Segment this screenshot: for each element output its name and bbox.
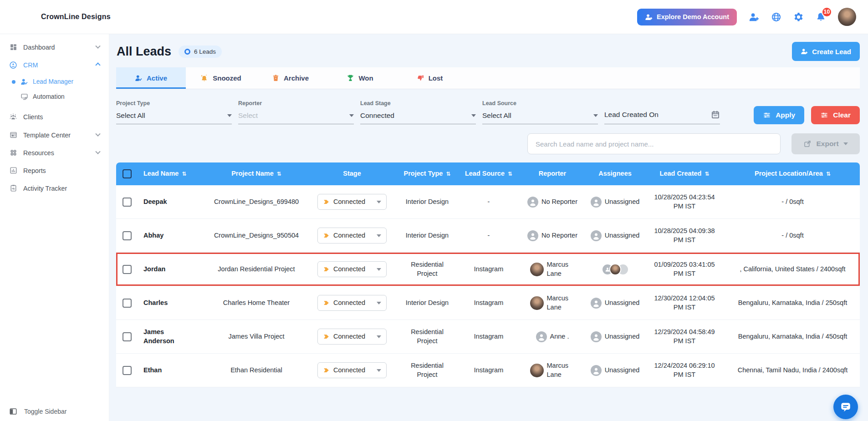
stage-tag-icon [323,266,330,273]
dashboard-icon [9,43,17,51]
search-input[interactable] [527,133,781,154]
chat-button[interactable] [833,395,858,419]
activity-tracker-icon [9,184,17,192]
tab-archive[interactable]: Archive [255,67,325,89]
sidebar-item-template-center[interactable]: Template Center [0,126,109,144]
export-button[interactable]: Export [791,133,860,154]
assignees-cell: Unassigned [591,197,640,208]
col-lead-source[interactable]: Lead Source⇅ [459,167,518,181]
col-location[interactable]: Project Location/Area⇅ [725,167,860,181]
tab-active[interactable]: Active [116,67,186,89]
col-reporter: Reporter [518,167,587,181]
sidebar-item-automation[interactable]: Automation [0,89,109,104]
lead-created: 10/28/2025 04:09:38 PM IST [648,227,720,244]
reporter-cell: Anne . [536,331,569,342]
select-all-checkbox[interactable] [123,169,132,178]
stage-dropdown[interactable]: Connected [317,194,387,210]
row-checkbox[interactable] [123,332,132,341]
person-add-icon [801,48,808,55]
thumbs-down-icon [417,74,424,82]
sort-icon[interactable]: ⇅ [508,170,512,178]
chevron-down-icon [377,302,381,304]
assignees-avatars [602,264,629,275]
globe-icon[interactable] [771,12,781,22]
lead-created-filter[interactable]: Lead Created On [604,110,720,124]
apply-button[interactable]: Apply [754,106,804,124]
chevron-up-icon [95,62,100,67]
stage-dropdown[interactable]: Connected [317,228,387,244]
lead-stage-filter[interactable]: Lead Stage Connected [360,100,476,124]
sort-icon[interactable]: ⇅ [446,170,450,178]
toggle-sidebar-button[interactable]: Toggle Sidebar [9,407,66,416]
chevron-down-icon [95,131,100,136]
sidebar-item-reports[interactable]: Reports [0,162,109,179]
sort-icon[interactable]: ⇅ [705,170,709,178]
col-lead-created[interactable]: Lead Created⇅ [643,167,725,181]
table-header: Lead Name⇅ Project Name⇅ Stage Project T… [116,162,860,185]
sidebar-item-crm[interactable]: CRM [0,56,109,74]
tab-snoozed[interactable]: Snoozed [186,67,255,89]
lead-source-filter[interactable]: Lead Source Select All [482,100,598,124]
sort-icon[interactable]: ⇅ [277,170,281,178]
tab-lost[interactable]: Lost [395,67,465,89]
stage-tag-icon [323,367,330,374]
row-checkbox[interactable] [123,231,132,240]
assignee-avatar [609,264,621,275]
lead-name[interactable]: James Anderson [143,328,185,345]
gray-avatar-icon [591,197,602,208]
sidebar: Dashboard CRM Lead Manager Automation Cl… [0,34,109,421]
lead-name[interactable]: Deepak [143,198,167,207]
person-add-icon[interactable] [749,12,759,22]
sidebar-item-resources[interactable]: Resources [0,144,109,162]
table-row-highlighted: Jordan Jordan Residential Project Connec… [116,253,860,286]
bell-icon[interactable]: 10 [816,12,826,22]
reporter-cell: Marcus Lane [530,294,575,312]
toggle-sidebar-icon [9,407,17,416]
row-checkbox[interactable] [123,265,132,274]
lead-created: 10/28/2025 04:23:54 PM IST [648,193,720,211]
sidebar-item-dashboard[interactable]: Dashboard [0,38,109,56]
lead-source: Instagram [459,296,518,310]
clear-button[interactable]: Clear [811,106,860,124]
lead-name[interactable]: Jordan [143,265,165,274]
row-checkbox[interactable] [123,299,132,308]
lead-created: 12/29/2024 04:58:49 PM IST [648,328,720,345]
lead-name[interactable]: Charles [143,299,168,308]
sidebar-item-lead-manager[interactable]: Lead Manager [0,74,109,89]
gear-icon[interactable] [793,12,804,22]
tab-won[interactable]: Won [325,67,395,89]
project-name: Charles Home Theater [204,296,309,310]
reports-icon [9,167,17,174]
explore-demo-button[interactable]: Explore Demo Account [637,9,737,25]
col-lead-name[interactable]: Lead Name⇅ [138,167,204,181]
create-lead-button[interactable]: Create Lead [792,42,860,61]
stage-dropdown[interactable]: Connected [317,261,387,278]
stage-dropdown[interactable]: Connected [317,362,387,379]
sort-icon[interactable]: ⇅ [182,170,186,178]
lead-name[interactable]: Ethan [143,366,162,375]
sort-icon[interactable]: ⇅ [826,170,831,178]
row-checkbox[interactable] [123,198,132,207]
gray-avatar-icon [591,298,602,309]
col-assignees: Assignees [587,167,643,181]
crm-icon [9,61,17,69]
user-avatar[interactable] [838,8,856,26]
reporter-filter[interactable]: Reporter Select [238,100,354,124]
stage-dropdown[interactable]: Connected [317,295,387,311]
chevron-down-icon [95,43,100,48]
top-right-controls: Explore Demo Account 10 [637,8,856,26]
sidebar-item-activity-tracker[interactable]: Activity Tracker [0,179,109,197]
lead-name[interactable]: Abhay [143,231,163,240]
col-project-name[interactable]: Project Name⇅ [204,167,309,181]
lead-created: 12/24/2024 06:29:10 PM IST [648,361,720,379]
project-name: Ethan Residential [204,363,309,378]
sidebar-item-clients[interactable]: Clients [0,108,109,126]
project-type: Interior Design [406,231,449,240]
template-center-icon [9,131,17,139]
col-project-type[interactable]: Project Type⇅ [395,167,459,181]
stage-dropdown[interactable]: Connected [317,329,387,345]
lead-tabs: Active Snoozed Archive Won Lost [116,67,860,89]
chevron-down-icon [377,201,381,203]
project-type-filter[interactable]: Project Type Select All [116,100,232,124]
row-checkbox[interactable] [123,366,132,375]
